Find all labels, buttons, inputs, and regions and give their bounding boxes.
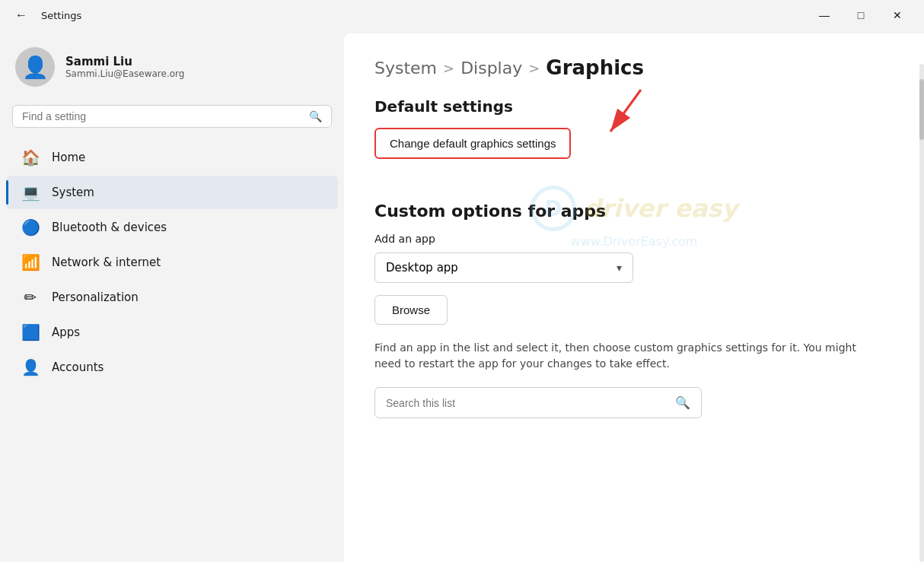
search-list-input[interactable]	[386, 397, 668, 409]
personalization-icon: ✏️	[21, 288, 40, 306]
scrollbar-track[interactable]	[919, 64, 924, 562]
titlebar-controls: — □ ✕	[807, 4, 915, 27]
breadcrumb-current: Graphics	[546, 56, 644, 79]
sidebar-item-personalization[interactable]: ✏️ Personalization	[6, 281, 338, 314]
user-email: Sammi.Liu@Easeware.org	[65, 68, 184, 79]
sidebar-item-label-accounts: Accounts	[52, 360, 104, 374]
sidebar-item-label-bluetooth: Bluetooth & devices	[52, 221, 167, 234]
avatar: 👤	[15, 47, 55, 87]
avatar-icon: 👤	[22, 55, 49, 80]
breadcrumb-sep1: >	[443, 60, 454, 76]
help-text: Find an app in the list and select it, t…	[374, 340, 862, 372]
user-info: Sammi Liu Sammi.Liu@Easeware.org	[65, 55, 184, 79]
sidebar-item-network[interactable]: 📶 Network & internet	[6, 246, 338, 279]
back-button[interactable]: ←	[9, 5, 33, 25]
sidebar-item-home[interactable]: 🏠 Home	[6, 141, 338, 174]
maximize-button[interactable]: □	[843, 4, 878, 27]
minimize-button[interactable]: —	[807, 4, 842, 27]
user-name: Sammi Liu	[65, 55, 184, 68]
bluetooth-icon: 🔵	[21, 218, 40, 237]
sidebar-item-accounts[interactable]: 👤 Accounts	[6, 351, 338, 384]
custom-options-title: Custom options for apps	[374, 202, 894, 221]
default-settings-title: Default settings	[374, 97, 894, 116]
close-button[interactable]: ✕	[880, 4, 915, 27]
sidebar-item-label-personalization: Personalization	[52, 291, 139, 304]
breadcrumb-display[interactable]: Display	[460, 59, 522, 78]
sidebar-search-input[interactable]	[22, 110, 303, 122]
sidebar-item-apps[interactable]: 🟦 Apps	[6, 316, 338, 349]
apps-icon: 🟦	[21, 323, 40, 341]
titlebar: ← Settings — □ ✕	[0, 0, 924, 30]
sidebar-item-label-network: Network & internet	[52, 256, 161, 269]
breadcrumb-system[interactable]: System	[374, 59, 437, 78]
dropdown-row: Desktop app ▾	[374, 252, 894, 283]
home-icon: 🏠	[21, 148, 40, 167]
app-body: 👤 Sammi Liu Sammi.Liu@Easeware.org 🔍 🏠 H…	[0, 30, 924, 562]
chevron-down-icon: ▾	[617, 262, 622, 274]
search-list-icon: 🔍	[675, 395, 690, 410]
sidebar-item-label-apps: Apps	[52, 325, 80, 339]
titlebar-title: Settings	[41, 10, 81, 21]
content-area: System > Display > Graphics Default sett…	[344, 33, 924, 562]
sidebar-search-box[interactable]: 🔍	[12, 105, 332, 128]
app-type-dropdown[interactable]: Desktop app ▾	[374, 252, 633, 283]
add-app-label: Add an app	[374, 233, 894, 245]
system-icon: 💻	[21, 183, 40, 202]
breadcrumb-sep2: >	[528, 60, 540, 76]
custom-options-section: Custom options for apps Add an app Deskt…	[374, 202, 894, 418]
change-default-graphics-button[interactable]: Change default graphics settings	[374, 128, 571, 159]
sidebar-item-bluetooth[interactable]: 🔵 Bluetooth & devices	[6, 211, 338, 244]
sidebar-item-label-home: Home	[52, 151, 85, 164]
dropdown-value: Desktop app	[386, 261, 458, 275]
titlebar-left: ← Settings	[9, 5, 81, 25]
sidebar-item-system[interactable]: 💻 System	[6, 176, 338, 209]
sidebar: 👤 Sammi Liu Sammi.Liu@Easeware.org 🔍 🏠 H…	[0, 30, 344, 562]
browse-button[interactable]: Browse	[374, 295, 448, 325]
search-icon: 🔍	[309, 110, 322, 122]
sidebar-item-label-system: System	[52, 186, 94, 199]
network-icon: 📶	[21, 253, 40, 271]
user-section: 👤 Sammi Liu Sammi.Liu@Easeware.org	[0, 38, 344, 102]
search-list-box[interactable]: 🔍	[374, 387, 702, 418]
scrollbar-thumb[interactable]	[919, 79, 924, 140]
default-settings-section: Default settings Change default graphics…	[374, 97, 894, 202]
accounts-icon: 👤	[21, 358, 40, 376]
breadcrumb: System > Display > Graphics	[374, 56, 894, 79]
